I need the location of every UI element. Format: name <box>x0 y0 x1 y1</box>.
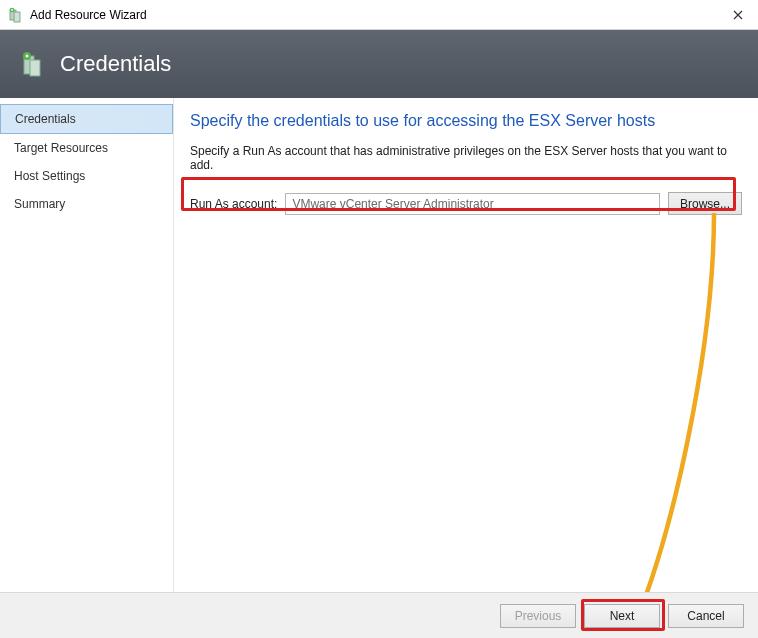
cancel-button[interactable]: Cancel <box>668 604 744 628</box>
wizard-header: Credentials <box>0 30 758 98</box>
wizard-sidebar: Credentials Target Resources Host Settin… <box>0 98 174 592</box>
credentials-icon <box>20 50 48 78</box>
runas-label: Run As account: <box>190 197 277 211</box>
svg-rect-1 <box>14 12 20 22</box>
sidebar-item-target-resources[interactable]: Target Resources <box>0 134 173 162</box>
previous-button: Previous <box>500 604 576 628</box>
sidebar-item-host-settings[interactable]: Host Settings <box>0 162 173 190</box>
titlebar: Add Resource Wizard <box>0 0 758 30</box>
svg-rect-4 <box>12 9 13 11</box>
sidebar-item-summary[interactable]: Summary <box>0 190 173 218</box>
svg-rect-9 <box>26 55 27 58</box>
wizard-footer: Previous Next Cancel <box>0 592 758 638</box>
sidebar-item-label: Target Resources <box>14 141 108 155</box>
sidebar-item-label: Host Settings <box>14 169 85 183</box>
page-title: Credentials <box>60 51 171 77</box>
svg-rect-6 <box>30 60 40 76</box>
sidebar-item-credentials[interactable]: Credentials <box>0 104 173 134</box>
runas-input[interactable] <box>285 193 660 215</box>
wizard-main: Specify the credentials to use for acces… <box>174 98 758 592</box>
titlebar-title: Add Resource Wizard <box>30 8 718 22</box>
close-button[interactable] <box>718 0 758 30</box>
next-button[interactable]: Next <box>584 604 660 628</box>
app-icon <box>8 7 24 23</box>
section-heading: Specify the credentials to use for acces… <box>190 112 742 130</box>
sidebar-item-label: Summary <box>14 197 65 211</box>
annotation-arrow <box>184 193 744 638</box>
section-description: Specify a Run As account that has admini… <box>190 144 742 172</box>
sidebar-item-label: Credentials <box>15 112 76 126</box>
runas-row: Run As account: Browse... <box>190 192 742 215</box>
browse-button[interactable]: Browse... <box>668 192 742 215</box>
